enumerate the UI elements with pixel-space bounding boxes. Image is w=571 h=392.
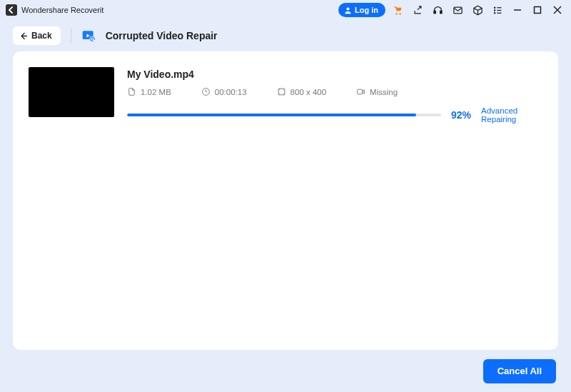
- duration-value: 00:00:13: [215, 88, 247, 96]
- close-button[interactable]: [550, 2, 565, 18]
- video-item: My Video.mp4 1.02 MB 00:00:13 800 x 400 …: [29, 67, 542, 124]
- svg-rect-3: [440, 11, 442, 14]
- headset-icon[interactable]: [430, 2, 445, 18]
- video-repair-icon: [81, 29, 96, 43]
- dimensions-value: 800 x 400: [290, 88, 327, 96]
- mail-icon[interactable]: [450, 2, 465, 18]
- video-state-icon: [356, 87, 365, 96]
- state-value: Missing: [370, 88, 398, 96]
- svg-rect-21: [358, 89, 363, 94]
- back-label: Back: [31, 31, 52, 41]
- meta-duration: 00:00:13: [201, 87, 247, 96]
- maximize-button[interactable]: [530, 2, 545, 18]
- progress-row: 92% Advanced Repairing: [127, 106, 542, 124]
- svg-point-0: [346, 7, 349, 10]
- file-icon: [127, 87, 136, 96]
- page-title: Corrupted Video Repair: [106, 30, 218, 41]
- toolbar: Back Corrupted Video Repair: [0, 20, 571, 51]
- progress-percent: 92%: [451, 109, 471, 121]
- svg-point-6: [494, 9, 495, 10]
- clock-icon: [201, 87, 211, 96]
- svg-rect-12: [535, 7, 541, 14]
- progress-fill: [127, 114, 416, 116]
- svg-point-7: [494, 12, 495, 13]
- dimensions-icon: [277, 87, 286, 96]
- status-label: Advanced Repairing: [481, 106, 542, 124]
- cancel-all-button[interactable]: Cancel All: [483, 359, 556, 383]
- app-title: Wondershare Recoverit: [21, 6, 103, 14]
- video-details: My Video.mp4 1.02 MB 00:00:13 800 x 400 …: [127, 67, 542, 124]
- svg-point-5: [494, 7, 495, 8]
- titlebar: Wondershare Recoverit Log in: [0, 0, 571, 20]
- package-icon[interactable]: [470, 2, 485, 18]
- meta-dimensions: 800 x 400: [277, 87, 327, 96]
- main-panel: My Video.mp4 1.02 MB 00:00:13 800 x 400 …: [13, 51, 558, 350]
- back-button[interactable]: Back: [13, 26, 61, 45]
- meta-state: Missing: [356, 87, 398, 96]
- list-icon[interactable]: [490, 2, 505, 18]
- app-logo: [6, 4, 17, 16]
- meta-size: 1.02 MB: [127, 87, 171, 96]
- arrow-left-icon: [19, 31, 28, 41]
- video-thumbnail[interactable]: [29, 67, 114, 117]
- svg-rect-2: [433, 11, 435, 14]
- divider: [71, 29, 71, 43]
- size-value: 1.02 MB: [141, 88, 171, 96]
- login-label: Log in: [355, 6, 378, 14]
- minimize-button[interactable]: [510, 2, 525, 18]
- login-button[interactable]: Log in: [338, 3, 385, 17]
- user-icon: [344, 6, 352, 14]
- cart-icon[interactable]: [390, 2, 405, 18]
- progress-bar: [127, 114, 441, 116]
- footer: Cancel All: [0, 350, 571, 392]
- import-icon[interactable]: [410, 2, 425, 18]
- meta-row: 1.02 MB 00:00:13 800 x 400 Missing: [127, 87, 542, 96]
- filename-label: My Video.mp4: [127, 69, 542, 80]
